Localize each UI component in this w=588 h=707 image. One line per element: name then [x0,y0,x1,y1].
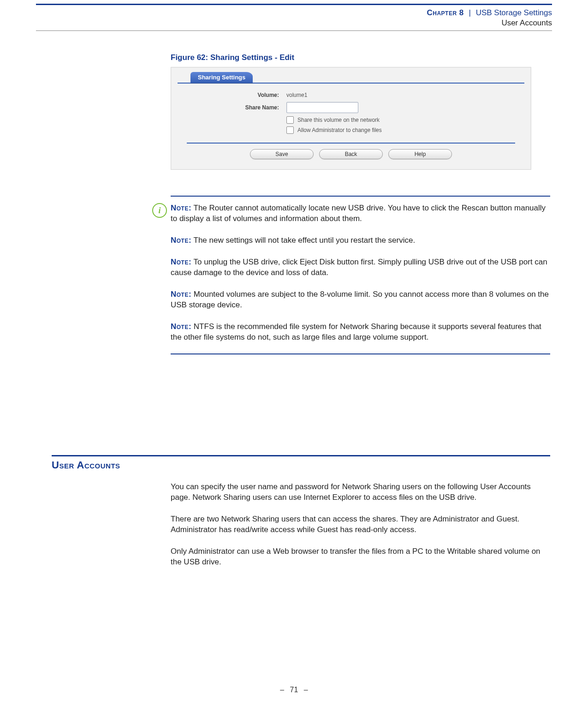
row-share-on-network: Share this volume on the network [286,115,515,125]
row-volume: Volume: volume1 [187,90,515,100]
sharing-settings-screenshot: Sharing Settings Volume: volume1 Share N… [171,67,531,170]
section-body: You can specify the user name and passwo… [171,482,550,579]
form-block: Volume: volume1 Share Name: Share this v… [178,84,524,139]
section-p1: You can specify the user name and passwo… [171,482,550,503]
figure-caption: Figure 62: Sharing Settings - Edit [171,53,550,62]
button-row: Save Back Help [178,144,524,162]
checkbox-allow-admin[interactable] [286,126,294,134]
chapter-title: USB Storage Settings [476,8,552,17]
page: Chapter 8 | USB Storage Settings User Ac… [0,0,588,707]
row-allow-admin: Allow Administrator to change files [286,125,515,135]
tab-row: Sharing Settings [178,72,524,83]
note-4-text: Mounted volumes are subject to the 8-vol… [171,290,549,309]
note-5: Note: NTFS is the recommended file syste… [171,322,550,343]
section-heading-user-accounts: User Accounts [52,459,550,471]
note-3: Note: To unplug the USB drive, click Eje… [171,257,550,278]
section-row: User Accounts [52,455,550,471]
page-footer: – 71 – [0,686,588,694]
notes-top-rule [171,196,550,197]
section-p3: Only Administrator can use a Web browser… [171,546,550,568]
tab-sharing-settings[interactable]: Sharing Settings [190,72,253,83]
main-column: Figure 62: Sharing Settings - Edit Shari… [171,53,550,354]
header-subtitle: User Accounts [501,18,552,28]
note-label: Note: [171,258,191,266]
section-p2: There are two Network Sharing users that… [171,514,550,535]
screenshot-inner: Sharing Settings Volume: volume1 Share N… [171,67,531,169]
info-icon-holder: i [152,203,166,217]
notes-bottom-rule [171,354,550,354]
help-button[interactable]: Help [388,149,452,159]
note-5-text: NTFS is the recommended file system for … [171,322,541,342]
header-bottom-rule [36,30,552,31]
share-name-label: Share Name: [187,104,286,111]
note-label: Note: [171,236,191,245]
note-label: Note: [171,290,191,299]
header-separator: | [469,8,470,17]
footer-dash-left: – [280,686,284,694]
save-button[interactable]: Save [250,149,314,159]
volume-value: volume1 [286,92,307,98]
note-2: Note: The new settings will not take eff… [171,235,550,246]
page-number: 71 [290,686,298,694]
share-name-field-wrap [286,102,358,113]
row-share-name: Share Name: [187,100,515,115]
checkbox-share-on-network[interactable] [286,116,294,124]
volume-label: Volume: [187,92,286,98]
note-1-text: The Router cannot automatically locate n… [171,204,546,223]
notes-block: i Note: The Router cannot automatically … [171,196,550,354]
footer-dash-right: – [304,686,308,694]
checkbox-allow-admin-label: Allow Administrator to change files [297,127,382,133]
section-rule [52,455,550,456]
note-3-text: To unplug the USB drive, click Eject Dis… [171,258,547,277]
note-1: Note: The Router cannot automatically lo… [171,203,550,224]
share-name-input[interactable] [286,102,358,113]
header-top-rule [36,4,552,5]
chapter-label: Chapter 8 [427,8,463,17]
note-label: Note: [171,322,191,331]
note-4: Note: Mounted volumes are subject to the… [171,289,550,311]
note-2-text: The new settings will not take effect un… [194,236,416,245]
note-label: Note: [171,204,191,212]
back-button[interactable]: Back [319,149,383,159]
notes-body: i Note: The Router cannot automatically … [171,203,550,342]
info-icon: i [152,203,167,218]
checkbox-share-on-network-label: Share this volume on the network [297,117,380,123]
running-header: Chapter 8 | USB Storage Settings [427,8,552,18]
